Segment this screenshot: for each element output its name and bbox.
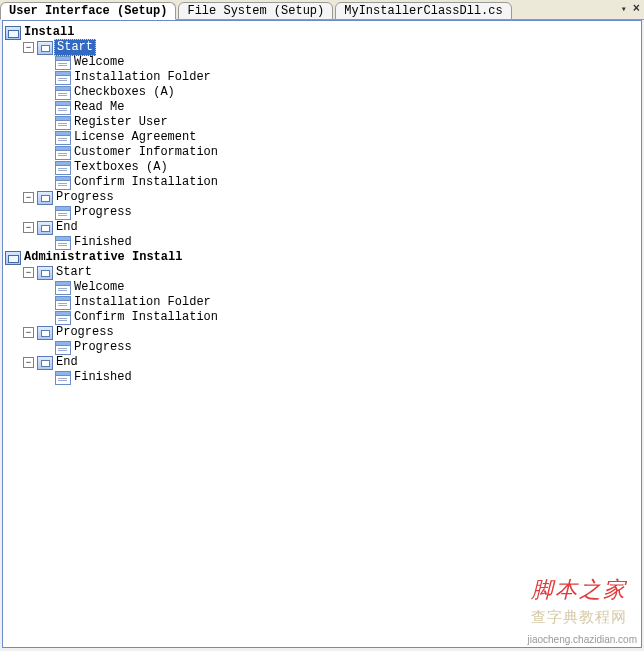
- tree-leaf[interactable]: Installation Folder: [5, 295, 641, 310]
- collapse-icon[interactable]: −: [23, 267, 34, 278]
- collapse-icon[interactable]: −: [23, 192, 34, 203]
- tree-root-admin[interactable]: Administrative Install: [5, 250, 641, 265]
- tree-label: Progress: [56, 325, 114, 340]
- dialog-icon: [55, 281, 71, 295]
- watermark-text: 脚本之家: [531, 575, 627, 605]
- dialog-icon: [55, 176, 71, 190]
- tree-label: Administrative Install: [24, 250, 182, 265]
- tree-label: License Agreement: [74, 130, 196, 145]
- tree-leaf[interactable]: Textboxes (A): [5, 160, 641, 175]
- dialog-icon: [55, 296, 71, 310]
- tree-root-install[interactable]: Install: [5, 25, 641, 40]
- tree-label: Installation Folder: [74, 295, 211, 310]
- tree-leaf[interactable]: Finished: [5, 370, 641, 385]
- tree-label: Textboxes (A): [74, 160, 168, 175]
- tree-label: End: [56, 220, 78, 235]
- stage-icon: [37, 266, 53, 280]
- tree-node-end[interactable]: − End: [5, 355, 641, 370]
- tab-source-file[interactable]: MyInstallerClassDll.cs: [335, 2, 511, 20]
- tree-label: Progress: [74, 205, 132, 220]
- tree-leaf[interactable]: Customer Information: [5, 145, 641, 160]
- tree-label: Install: [24, 25, 74, 40]
- tree-label: Customer Information: [74, 145, 218, 160]
- stage-icon: [37, 356, 53, 370]
- dialog-icon: [55, 116, 71, 130]
- tree-label: Confirm Installation: [74, 310, 218, 325]
- dialog-icon: [55, 56, 71, 70]
- dialog-icon: [55, 101, 71, 115]
- tree-label: Welcome: [74, 55, 124, 70]
- tree-leaf[interactable]: Welcome: [5, 55, 641, 70]
- dialog-icon: [55, 131, 71, 145]
- tree-label: Welcome: [74, 280, 124, 295]
- close-icon[interactable]: ×: [633, 2, 640, 16]
- collapse-icon[interactable]: −: [23, 222, 34, 233]
- tree-leaf[interactable]: Read Me: [5, 100, 641, 115]
- dialog-icon: [55, 86, 71, 100]
- tree-label: Finished: [74, 370, 132, 385]
- stage-icon: [37, 41, 53, 55]
- tree-node-progress[interactable]: − Progress: [5, 325, 641, 340]
- tree-label: Read Me: [74, 100, 124, 115]
- tab-file-system[interactable]: File System (Setup): [178, 2, 333, 20]
- stage-icon: [37, 326, 53, 340]
- watermark-url: jiaocheng.chazidian.com: [527, 634, 637, 645]
- tree-label: Confirm Installation: [74, 175, 218, 190]
- tree-node-start[interactable]: − Start: [5, 265, 641, 280]
- tab-user-interface[interactable]: User Interface (Setup): [0, 2, 176, 20]
- watermark-text: 查字典教程网: [531, 608, 627, 627]
- tree-node-start[interactable]: − Start: [5, 40, 641, 55]
- dialog-icon: [55, 161, 71, 175]
- tab-overflow-icon[interactable]: ▾: [621, 3, 627, 15]
- stage-icon: [37, 191, 53, 205]
- tree-label: Register User: [74, 115, 168, 130]
- tree-label: Progress: [74, 340, 132, 355]
- dialog-icon: [55, 371, 71, 385]
- tree-leaf[interactable]: Register User: [5, 115, 641, 130]
- tree-leaf[interactable]: Checkboxes (A): [5, 85, 641, 100]
- tree-leaf[interactable]: Welcome: [5, 280, 641, 295]
- dialog-icon: [55, 311, 71, 325]
- tree-node-progress[interactable]: − Progress: [5, 190, 641, 205]
- collapse-icon[interactable]: −: [23, 357, 34, 368]
- installer-icon: [5, 251, 21, 265]
- collapse-icon[interactable]: −: [23, 327, 34, 338]
- tree-leaf[interactable]: Progress: [5, 205, 641, 220]
- tab-bar: User Interface (Setup) File System (Setu…: [0, 0, 644, 20]
- dialog-icon: [55, 71, 71, 85]
- dialog-icon: [55, 146, 71, 160]
- tree-label: Checkboxes (A): [74, 85, 175, 100]
- tree-label: Start: [54, 39, 96, 56]
- tree-panel: Install − Start Welcome Installation Fol…: [2, 20, 642, 648]
- tree-label: Progress: [56, 190, 114, 205]
- tree-label: Installation Folder: [74, 70, 211, 85]
- tree-node-end[interactable]: − End: [5, 220, 641, 235]
- dialog-icon: [55, 341, 71, 355]
- tree-label: Finished: [74, 235, 132, 250]
- tree-leaf[interactable]: Progress: [5, 340, 641, 355]
- dialog-icon: [55, 206, 71, 220]
- stage-icon: [37, 221, 53, 235]
- tree-leaf[interactable]: License Agreement: [5, 130, 641, 145]
- dialog-icon: [55, 236, 71, 250]
- tree-label: Start: [56, 265, 92, 280]
- tree: Install − Start Welcome Installation Fol…: [3, 21, 641, 385]
- tree-leaf[interactable]: Finished: [5, 235, 641, 250]
- tree-leaf[interactable]: Confirm Installation: [5, 175, 641, 190]
- tree-leaf[interactable]: Installation Folder: [5, 70, 641, 85]
- collapse-icon[interactable]: −: [23, 42, 34, 53]
- installer-icon: [5, 26, 21, 40]
- tree-leaf[interactable]: Confirm Installation: [5, 310, 641, 325]
- tree-label: End: [56, 355, 78, 370]
